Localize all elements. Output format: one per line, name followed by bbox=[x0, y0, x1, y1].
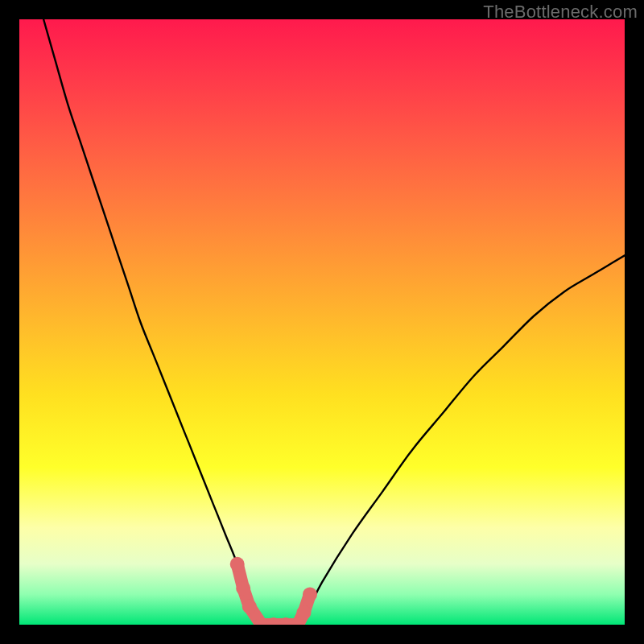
optimal-zone-dot bbox=[236, 581, 250, 596]
optimal-zone-dot bbox=[303, 587, 317, 601]
chart-plot-area bbox=[19, 19, 625, 625]
chart-frame: TheBottleneck.com bbox=[0, 0, 644, 644]
bottleneck-curve-svg bbox=[19, 19, 625, 625]
bottleneck-curve-path bbox=[43, 19, 625, 625]
watermark-text: TheBottleneck.com bbox=[483, 2, 638, 23]
optimal-zone-dot bbox=[242, 599, 257, 613]
optimal-zone-markers bbox=[230, 557, 317, 625]
optimal-zone-dot bbox=[296, 605, 311, 620]
optimal-zone-dot bbox=[230, 557, 245, 572]
